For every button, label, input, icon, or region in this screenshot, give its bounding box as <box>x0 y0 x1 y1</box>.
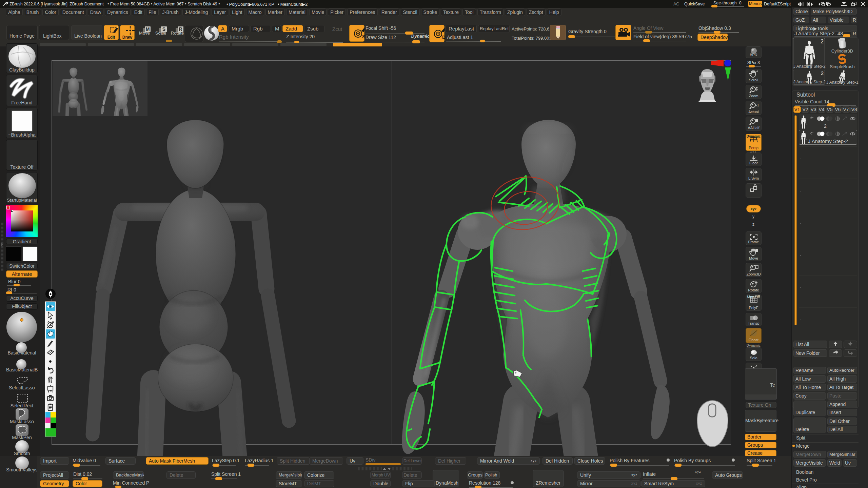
svg-text:x1: x1 <box>756 104 759 107</box>
